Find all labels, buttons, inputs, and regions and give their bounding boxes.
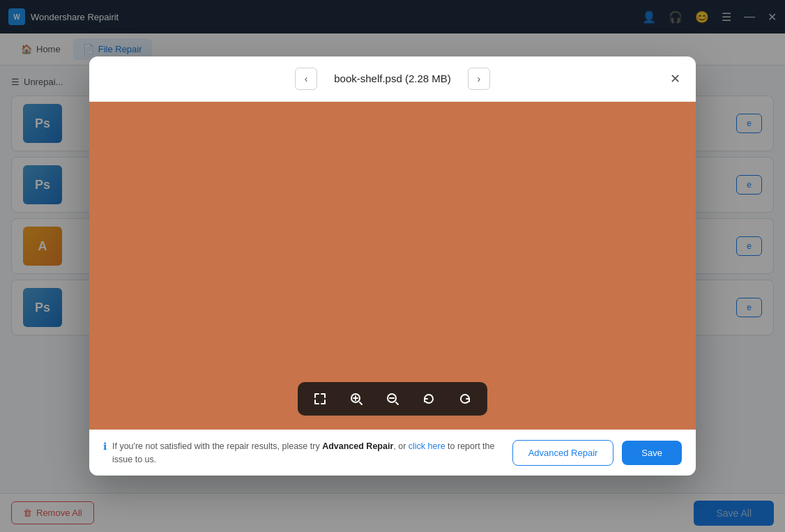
click-here-link[interactable]: click here [409,441,445,451]
modal-nav: ‹ book-shelf.psd (2.28 MB) › [295,68,490,90]
image-toolbar [298,382,487,416]
modal-overlay: ‹ book-shelf.psd (2.28 MB) › ✕ [0,0,785,532]
rotate-left-button[interactable] [418,388,440,410]
zoom-out-button[interactable] [381,388,404,410]
rotate-right-button[interactable] [454,388,476,410]
image-preview-area: BOOK SHELF [89,102,696,430]
footer-text: If you're not satisfied with the repair … [112,440,504,466]
modal-footer: ℹ If you're not satisfied with the repai… [89,430,696,476]
modal-title: book-shelf.psd (2.28 MB) [334,73,451,84]
next-button[interactable]: › [468,68,490,90]
info-icon: ℹ [103,441,107,452]
modal-close-button[interactable]: ✕ [665,69,685,89]
preview-modal: ‹ book-shelf.psd (2.28 MB) › ✕ [89,56,696,476]
zoom-in-button[interactable] [345,388,367,410]
modal-header: ‹ book-shelf.psd (2.28 MB) › ✕ [89,56,696,102]
advanced-repair-button[interactable]: Advanced Repair [512,440,614,466]
expand-button[interactable] [309,388,331,410]
footer-info: ℹ If you're not satisfied with the repai… [103,440,504,466]
prev-button[interactable]: ‹ [295,68,317,90]
app-window: W Wondershare Repairit 👤 🎧 😊 ☰ — ✕ 🏠 Hom… [0,0,785,532]
save-button[interactable]: Save [622,441,682,465]
